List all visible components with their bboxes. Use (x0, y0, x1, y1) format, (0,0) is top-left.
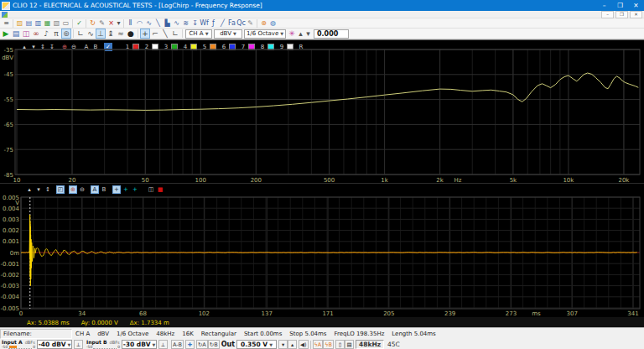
toolbar-separator (13, 19, 13, 28)
open-file-icon[interactable]: ▨ (15, 18, 24, 28)
unit-select[interactable]: dBV▼ (214, 29, 242, 39)
inout-icon[interactable]: π (51, 29, 61, 39)
svg-text:-0.003: -0.003 (0, 283, 19, 289)
mic-icon[interactable]: ♪ (41, 29, 51, 39)
printer-icon[interactable]: ▤ (345, 340, 354, 349)
snapshot-icon[interactable]: ▧ (52, 18, 61, 28)
window-title: CLIO 12 - ELECTRICAL & ACOUSTICAL TESTS … (13, 2, 262, 9)
phase-icon[interactable]: ⊥ (96, 29, 106, 39)
svg-text:307: 307 (567, 310, 578, 317)
mic-power-b-icon[interactable]: ϟB (323, 340, 334, 349)
smoothing-icon[interactable]: ≈ (116, 29, 126, 39)
analysis-freq-icon[interactable]: ƒ (209, 18, 218, 28)
svg-text:dBV: dBV (2, 55, 13, 61)
delete-icon[interactable]: × (106, 18, 116, 28)
impulse-response-plot[interactable]: 0.0050.0040.0030.0020.0010m-0.001-0.002-… (0, 184, 644, 317)
analysis-logchirp-icon[interactable]: ∿ (144, 18, 153, 28)
autoscale-star-icon[interactable]: ✳ (287, 29, 297, 39)
save-file-icon[interactable]: ▤ (24, 18, 34, 28)
scale-corner-icon[interactable]: ∟ (75, 29, 86, 39)
analysis-edit-icon[interactable]: ✎ (246, 18, 255, 28)
input-a-autorange-button[interactable]: ⟂ (74, 340, 83, 349)
input-a-range-select[interactable]: -40 dBV▼ (37, 340, 72, 349)
link-ab-button[interactable]: A-B (171, 340, 184, 349)
analysis-decay-icon[interactable]: ╲ (153, 18, 163, 28)
status-setting: Stop 5.04ms (289, 331, 326, 337)
start-measure-button[interactable]: ▶ (1, 29, 11, 39)
close-button[interactable]: ✕ (628, 0, 644, 11)
analysis-fa-icon[interactable]: Fa (227, 18, 236, 28)
speaker-icon[interactable]: ◀) (299, 340, 309, 349)
time-domain-panel: ▴▾↕◰⊕⊖AB+++◫■ 0.0050.0040.0030.0020.0010… (0, 183, 644, 327)
curve-wave-icon[interactable]: ∿ (86, 29, 96, 39)
toolbar-separator (138, 29, 138, 38)
analysis-waterfall-icon[interactable]: Wf (200, 18, 209, 28)
verify-icon[interactable]: ✓ (75, 18, 84, 28)
frequency-response-plot[interactable]: -35-45-55-65-75-85dBV1020501002005001k2k… (0, 40, 644, 184)
slope-down-icon[interactable]: ╲ (160, 29, 170, 39)
toolbar-separator (86, 19, 86, 28)
mdi-minimize-button[interactable]: – (601, 11, 614, 18)
input-a-level-bar (8, 346, 32, 349)
chevron-down-icon: ▼ (280, 31, 283, 36)
svg-text:137: 137 (262, 310, 273, 317)
smoothing-select[interactable]: 1/6 Octave▼ (244, 29, 286, 39)
analysis-slope-icon[interactable]: ╱ (218, 18, 227, 28)
input-b-autorange-button[interactable]: ⟂ (158, 340, 168, 349)
print-icon[interactable]: ▭ (61, 18, 70, 28)
settings-gear-icon[interactable]: ⊛ (259, 18, 268, 28)
output-level-field[interactable]: 0.000 (314, 29, 349, 39)
updown-icon[interactable]: ↨ (106, 29, 116, 39)
svg-text:205: 205 (383, 310, 394, 317)
chevron-down-icon: ▼ (67, 342, 70, 347)
frequency-response-panel: ▴▾↕↧⊕⊖AB✓123456789R -35-45-55-65-75-85dB… (0, 39, 644, 183)
corner-icon[interactable]: ∟ (170, 29, 180, 39)
analysis-sine-icon[interactable]: ∿ (172, 18, 181, 28)
svg-text:68: 68 (139, 310, 147, 317)
menu-icon[interactable]: ≡ (2, 18, 11, 28)
marker-ay-value: Ay: 0.0000 V (81, 320, 118, 326)
analysis-mls-icon[interactable]: ◠ (135, 18, 144, 28)
delete-dropdown-icon[interactable]: ▾ (116, 18, 122, 28)
analysis-qc-icon[interactable]: Qc (236, 18, 246, 28)
maximize-button[interactable]: ❐ (612, 0, 628, 11)
loopback-a-button[interactable]: ↻A (196, 340, 208, 349)
output-up-button[interactable]: ▴ (288, 340, 297, 349)
step-icon[interactable]: ⌐ (150, 29, 160, 39)
help-globe-icon[interactable]: ◍ (268, 18, 278, 28)
mdi-restore-button[interactable]: ❐ (615, 11, 628, 18)
svg-text:ms: ms (532, 310, 541, 317)
marker-dx-value: Δx: 1.7334 m (130, 320, 169, 326)
input-b-range-select[interactable]: -30 dBV▼ (122, 340, 157, 349)
output-down-button[interactable]: ▾ (278, 340, 288, 349)
analysis-import-icon[interactable]: ↧ (190, 18, 200, 28)
loopback-b-button[interactable]: ↻B (208, 340, 220, 349)
save-measure-icon[interactable]: ▤ (11, 29, 21, 39)
save-as-icon[interactable]: ▥ (34, 18, 43, 28)
move-icon[interactable]: ✚ (185, 340, 195, 349)
multimeter-icon[interactable]: ◫ (21, 29, 31, 39)
hardware-settings-icon[interactable]: ⊛ (61, 29, 71, 39)
qcbox-icon[interactable]: ▯ (335, 340, 345, 349)
svg-text:-45: -45 (4, 71, 13, 78)
marker-cross-icon[interactable]: + (140, 29, 150, 39)
minimize-button[interactable]: – (596, 0, 612, 11)
analysis-fft-icon[interactable]: Ⅱ (126, 18, 135, 28)
refresh-icon[interactable]: ↻ (88, 18, 97, 28)
spin-up-button[interactable]: ▴ (297, 29, 304, 39)
autosave-icon[interactable]: ▦ (43, 18, 52, 28)
analysis-smooth-icon[interactable]: ≋ (181, 18, 190, 28)
status-setting: dBV (97, 331, 109, 337)
loop-icon[interactable]: ∞ (31, 29, 41, 39)
polar-icon[interactable]: ● (126, 29, 136, 39)
sample-rate-cell[interactable]: 48kHz (356, 340, 384, 349)
notes-icon[interactable]: ✎ (97, 18, 106, 28)
mic-power-a-icon[interactable]: ϟA (313, 340, 324, 349)
mdi-close-button[interactable]: ✕ (630, 11, 642, 18)
status-setting: 1/6 Octave (117, 331, 148, 337)
analysis-bars-icon[interactable]: ▙ (163, 18, 172, 28)
spin-down-button[interactable]: ▾ (304, 29, 312, 39)
output-level-select[interactable]: 0.350 V▼ (236, 340, 277, 349)
svg-text:0.002: 0.002 (3, 227, 19, 234)
channel-select[interactable]: CH A▼ (185, 29, 212, 39)
